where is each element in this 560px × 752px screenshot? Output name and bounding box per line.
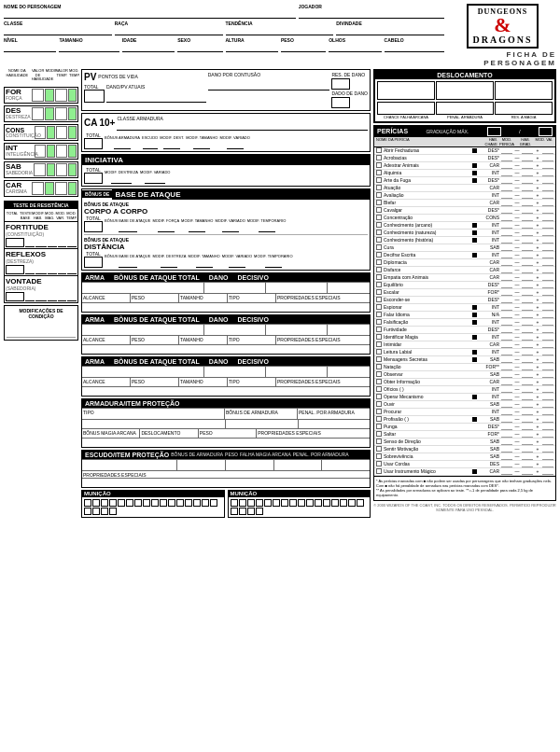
corpo-var-box[interactable] — [222, 223, 239, 232]
skill-vai-box[interactable] — [542, 416, 553, 423]
skill-checkbox[interactable] — [376, 386, 382, 392]
skill-mod-box[interactable] — [501, 401, 512, 408]
skill-checkbox[interactable] — [376, 341, 382, 347]
shield-peso-input[interactable] — [226, 460, 274, 470]
corpo-forca-box[interactable] — [158, 223, 175, 232]
skill-checkbox[interactable] — [376, 446, 382, 452]
skill-vai-box[interactable] — [542, 185, 553, 191]
reflexos-mag[interactable] — [48, 265, 57, 274]
skill-checkbox[interactable] — [376, 409, 382, 414]
skill-vai-box[interactable] — [542, 394, 553, 400]
car-valor[interactable] — [32, 182, 44, 195]
skill-mod-box[interactable] — [501, 267, 512, 273]
skill-vai-box[interactable] — [542, 207, 553, 214]
skill-grad-box[interactable] — [522, 453, 533, 460]
skill-checkbox[interactable] — [376, 461, 382, 467]
skill-grad-box[interactable] — [522, 162, 533, 169]
dist-bba-box[interactable] — [119, 258, 137, 268]
shield-penal-input[interactable] — [322, 460, 370, 470]
corpo-temp-box[interactable] — [259, 223, 275, 232]
nivel-input[interactable] — [4, 43, 56, 52]
skill-mod-box[interactable] — [501, 312, 512, 318]
skill-grad-box[interactable] — [522, 282, 533, 288]
mun-box[interactable] — [306, 499, 314, 507]
skill-grad-box[interactable] — [522, 312, 533, 318]
ini-var-box[interactable] — [145, 174, 165, 184]
mun-box[interactable] — [210, 499, 217, 507]
skill-mod-box[interactable] — [501, 439, 512, 445]
corpo-tam-box[interactable] — [189, 223, 205, 232]
vontade-hab[interactable] — [35, 292, 47, 301]
armor-bonus-input[interactable] — [225, 420, 298, 428]
skill-checkbox[interactable] — [376, 431, 382, 437]
skill-vai-box[interactable] — [542, 364, 553, 370]
mun-box[interactable] — [143, 499, 150, 507]
skill-vai-box[interactable] — [542, 446, 553, 453]
skill-grad-box[interactable] — [522, 364, 533, 370]
shield-props-input[interactable] — [82, 478, 370, 487]
weapon-1-dec-input[interactable] — [328, 283, 370, 293]
mun-box[interactable] — [118, 499, 125, 507]
skill-mod-box[interactable] — [501, 155, 512, 161]
reflexos-base[interactable] — [25, 265, 35, 274]
skill-vai-box[interactable] — [542, 215, 553, 221]
skill-mod-box[interactable] — [501, 162, 512, 169]
ca-tam-box[interactable] — [193, 140, 210, 149]
mun-box[interactable] — [84, 499, 91, 507]
pv-total-box[interactable] — [84, 90, 105, 103]
skill-vai-box[interactable] — [542, 200, 553, 206]
car-valor-temp[interactable] — [55, 182, 67, 195]
cons-valor-temp[interactable] — [56, 126, 67, 139]
peso-input[interactable] — [281, 43, 326, 52]
skill-vai-box[interactable] — [542, 461, 553, 467]
jogador-input[interactable] — [299, 9, 444, 19]
skill-mod-box[interactable] — [501, 468, 512, 475]
skill-vai-box[interactable] — [542, 170, 553, 176]
skill-vai-box[interactable] — [542, 312, 553, 318]
skill-grad-box[interactable] — [522, 394, 533, 400]
mun-box[interactable] — [92, 499, 100, 507]
skill-vai-box[interactable] — [542, 334, 553, 341]
skill-checkbox[interactable] — [376, 274, 382, 280]
skill-checkbox[interactable] — [376, 244, 382, 250]
skill-vai-box[interactable] — [542, 230, 553, 236]
pv-dano-input[interactable] — [106, 90, 206, 103]
skill-grad-box[interactable] — [522, 386, 533, 393]
fortitude-mag[interactable] — [48, 238, 57, 247]
fortitude-var[interactable] — [58, 238, 67, 247]
skill-grad-box[interactable] — [522, 304, 533, 311]
skill-checkbox[interactable] — [376, 424, 382, 429]
skill-mod-box[interactable] — [501, 230, 512, 236]
skill-mod-box[interactable] — [501, 297, 512, 303]
mun-box[interactable] — [231, 508, 238, 515]
skill-mod-box[interactable] — [501, 379, 512, 385]
mun-box[interactable] — [134, 499, 142, 507]
skill-grad-box[interactable] — [522, 371, 533, 378]
weapon-2-bat-input[interactable] — [204, 325, 266, 335]
skill-vai-box[interactable] — [542, 267, 553, 273]
shield-bonus-input[interactable] — [177, 460, 226, 470]
skill-checkbox[interactable] — [376, 192, 382, 198]
skill-mod-box[interactable] — [501, 200, 512, 206]
sexo-input[interactable] — [177, 43, 222, 52]
dado-dano-box[interactable] — [331, 97, 350, 108]
weapon-3-bat-input[interactable] — [204, 367, 266, 377]
skill-vai-box[interactable] — [542, 386, 553, 393]
skill-vai-box[interactable] — [542, 439, 553, 445]
vontade-total[interactable] — [6, 292, 24, 301]
skill-checkbox[interactable] — [376, 259, 382, 265]
skill-checkbox[interactable] — [376, 155, 382, 160]
weapon-2-dec-input[interactable] — [328, 325, 370, 335]
weapon-2-props-input[interactable] — [82, 344, 370, 354]
mun-box[interactable] — [315, 499, 322, 507]
skill-checkbox[interactable] — [376, 222, 382, 228]
skill-grad-box[interactable] — [522, 237, 533, 244]
skill-vai-box[interactable] — [542, 327, 553, 333]
mun-box[interactable] — [202, 499, 209, 507]
skill-checkbox[interactable] — [376, 371, 382, 377]
skill-checkbox[interactable] — [376, 416, 382, 422]
sab-valor-temp[interactable] — [56, 163, 67, 176]
skill-checkbox[interactable] — [376, 177, 382, 183]
skill-checkbox[interactable] — [376, 312, 382, 317]
mun-box[interactable] — [247, 508, 255, 515]
